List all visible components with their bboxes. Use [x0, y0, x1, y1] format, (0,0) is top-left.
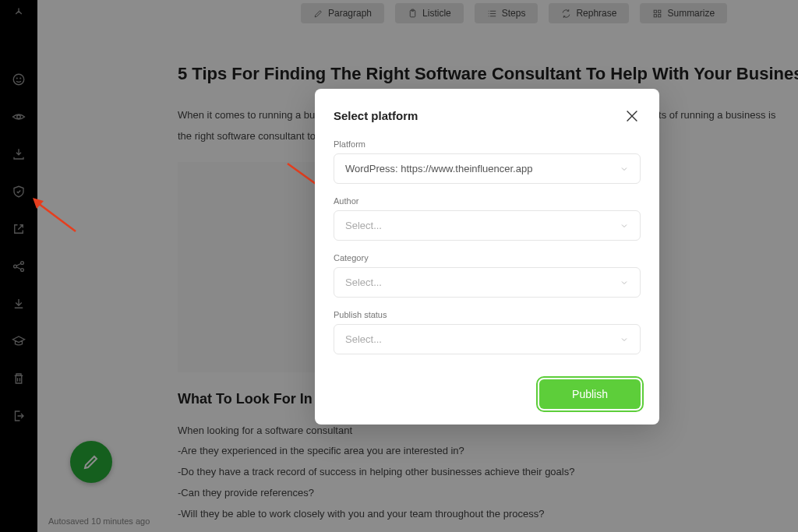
- platform-value: WordPress: https://www.theinfluencer.app: [345, 163, 532, 174]
- category-label: Category: [334, 253, 641, 262]
- author-value: Select...: [345, 220, 382, 231]
- chevron-down-icon: [620, 335, 629, 344]
- category-select[interactable]: Select...: [334, 267, 641, 298]
- status-value: Select...: [345, 333, 382, 345]
- modal-title: Select platform: [334, 109, 641, 122]
- status-select[interactable]: Select...: [334, 324, 641, 354]
- chevron-down-icon: [620, 164, 629, 174]
- publish-button[interactable]: Publish: [539, 379, 641, 409]
- chevron-down-icon: [620, 278, 629, 287]
- author-select[interactable]: Select...: [334, 210, 641, 241]
- author-label: Author: [334, 196, 641, 206]
- chevron-down-icon: [620, 221, 629, 231]
- platform-select[interactable]: WordPress: https://www.theinfluencer.app: [334, 153, 641, 184]
- close-icon: [623, 107, 641, 125]
- platform-label: Platform: [334, 139, 641, 149]
- svg-line-13: [38, 203, 76, 231]
- category-value: Select...: [345, 277, 382, 288]
- status-label: Publish status: [334, 310, 641, 319]
- annotation-arrow-1: [33, 198, 81, 237]
- select-platform-modal: Select platform Platform WordPress: http…: [315, 89, 659, 425]
- close-button[interactable]: [622, 106, 642, 126]
